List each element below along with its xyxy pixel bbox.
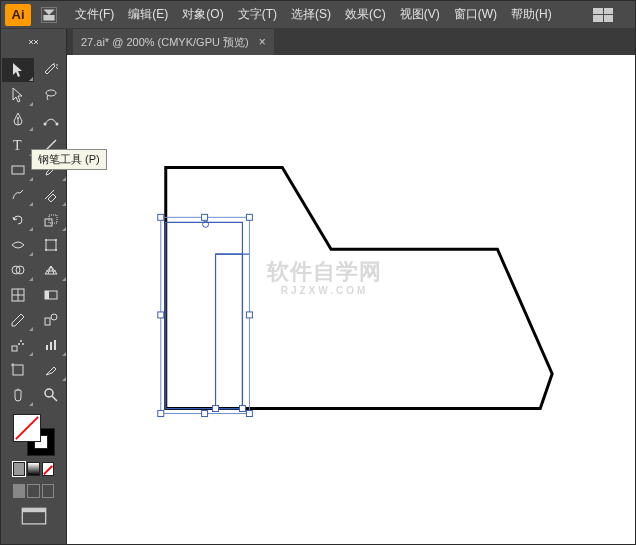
artwork [67,55,635,544]
menu-select[interactable]: 选择(S) [285,3,337,26]
menu-file[interactable]: 文件(F) [69,3,120,26]
svg-rect-26 [12,346,17,351]
shaper-tool[interactable] [2,183,34,207]
screen-mode-button[interactable] [21,508,47,524]
svg-rect-46 [158,411,164,417]
svg-rect-43 [246,214,252,220]
svg-point-27 [20,340,22,342]
svg-rect-30 [46,345,48,350]
svg-rect-31 [50,342,52,350]
toolbox-collapse-button[interactable] [1,29,67,55]
svg-point-4 [44,123,47,126]
svg-point-14 [55,239,57,241]
svg-rect-12 [46,240,56,250]
color-mode-none[interactable] [42,462,54,476]
app-logo: Ai [5,4,31,26]
svg-line-38 [15,417,37,439]
draw-normal[interactable] [13,484,25,498]
svg-rect-8 [12,166,24,174]
svg-point-13 [45,239,47,241]
svg-rect-41 [158,214,164,220]
gradient-tool[interactable] [35,283,67,307]
svg-rect-47 [202,411,208,417]
symbol-sprayer-tool[interactable] [2,333,34,357]
draw-inside[interactable] [42,484,54,498]
selection-tool[interactable] [2,58,34,82]
svg-rect-48 [246,411,252,417]
tooltip-pen-tool: 钢笔工具 (P) [31,149,107,170]
svg-rect-33 [13,365,23,375]
color-mode-gradient[interactable] [27,462,39,476]
svg-point-16 [55,249,57,251]
svg-rect-50 [239,406,245,412]
menu-bar: Ai 文件(F) 编辑(E) 对象(O) 文字(T) 选择(S) 效果(C) 视… [1,1,635,29]
rotate-tool[interactable] [2,208,34,232]
hand-tool[interactable] [2,383,34,407]
width-tool[interactable] [2,233,34,257]
document-tab-bar: 27.ai* @ 200% (CMYK/GPU 预览) × [1,29,635,55]
draw-behind[interactable] [27,484,39,498]
free-transform-tool[interactable] [35,233,67,257]
svg-rect-45 [246,312,252,318]
svg-point-28 [22,343,24,345]
scale-tool[interactable] [35,208,67,232]
eyedropper-tool[interactable] [2,308,34,332]
svg-point-15 [45,249,47,251]
canvas[interactable]: 软件自学网 RJZXW.COM [67,55,635,544]
perspective-grid-tool[interactable] [35,258,67,282]
main-menu: 文件(F) 编辑(E) 对象(O) 文字(T) 选择(S) 效果(C) 视图(V… [69,3,558,26]
close-tab-button[interactable]: × [259,35,266,49]
color-mode-row [7,460,60,478]
pen-tool[interactable] [2,108,34,132]
lasso-tool[interactable] [35,83,67,107]
svg-line-37 [52,396,57,401]
toolbox: T [1,55,67,545]
shape-builder-tool[interactable] [2,258,34,282]
slice-tool[interactable] [35,358,67,382]
blend-tool[interactable] [35,308,67,332]
document-tab-label: 27.ai* @ 200% (CMYK/GPU 预览) [81,35,249,50]
magic-wand-tool[interactable] [35,58,67,82]
type-tool[interactable]: T [2,133,34,157]
menu-view[interactable]: 视图(V) [394,3,446,26]
mesh-tool[interactable] [2,283,34,307]
menu-type[interactable]: 文字(T) [232,3,283,26]
menu-effect[interactable]: 效果(C) [339,3,392,26]
menu-edit[interactable]: 编辑(E) [122,3,174,26]
svg-point-3 [17,117,19,119]
color-mode-solid[interactable] [13,462,25,476]
svg-rect-24 [45,318,50,325]
zoom-tool[interactable] [35,383,67,407]
menu-object[interactable]: 对象(O) [176,3,229,26]
direct-selection-tool[interactable] [2,83,34,107]
draw-mode-row [7,478,60,504]
selection-handles[interactable] [158,214,253,416]
shape-outline [166,168,552,409]
expand-arrow-icon[interactable] [41,7,57,23]
artboard-tool[interactable] [2,358,34,382]
eraser-tool[interactable] [35,183,67,207]
curvature-pen-tool[interactable] [35,108,67,132]
bounding-box [161,217,250,413]
svg-rect-32 [54,340,56,350]
svg-point-36 [45,389,53,397]
rectangle-tool[interactable] [2,158,34,182]
svg-rect-49 [213,406,219,412]
menu-window[interactable]: 窗口(W) [448,3,503,26]
selected-path [166,222,250,408]
svg-point-29 [18,343,20,345]
menu-help[interactable]: 帮助(H) [505,3,558,26]
svg-point-5 [56,123,59,126]
svg-rect-44 [158,312,164,318]
svg-rect-42 [202,214,208,220]
document-tab[interactable]: 27.ai* @ 200% (CMYK/GPU 预览) × [73,29,274,55]
color-swatch-section [1,408,66,532]
svg-text:T: T [13,138,22,153]
fill-swatch[interactable] [13,414,41,442]
svg-point-25 [51,314,57,320]
workspace-switcher-icon[interactable] [593,8,613,22]
svg-rect-40 [22,508,45,512]
svg-rect-23 [45,291,49,299]
column-graph-tool[interactable] [35,333,67,357]
